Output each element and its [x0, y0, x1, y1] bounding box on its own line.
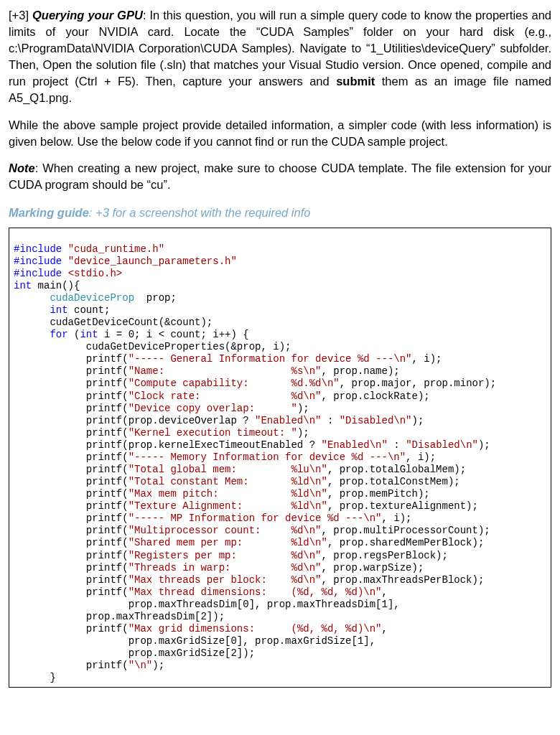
question-title: Querying your GPU	[32, 9, 143, 22]
note-label: Note	[9, 161, 35, 174]
paragraph-1: [+3] Querying your GPU: In this question…	[9, 7, 551, 107]
marking-text: : +3 for a screenshot with the required …	[89, 206, 311, 219]
note-text: : When creating a new project, make sure…	[9, 161, 551, 191]
paragraph-2: While the above sample project provide d…	[9, 117, 551, 150]
marking-label: Marking guide	[9, 206, 89, 219]
marking-guide: Marking guide: +3 for a screenshot with …	[9, 205, 551, 221]
paragraph-note: Note: When creating a new project, make …	[9, 160, 551, 193]
submit-word: submit	[336, 75, 375, 88]
code-block: #include "cuda_runtime.h" #include "devi…	[9, 228, 551, 688]
points-tag: [+3]	[9, 9, 32, 22]
